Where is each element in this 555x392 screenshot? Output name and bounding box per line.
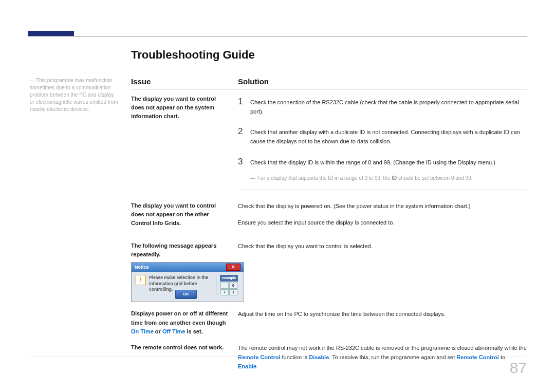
close-icon: × <box>226 264 240 271</box>
troubleshoot-row: The following message appears repeatedly… <box>131 241 527 302</box>
issue-post: is set. <box>185 328 202 334</box>
keyword: Off Time <box>162 328 185 334</box>
solution-text: Check that the display is powered on. (S… <box>238 201 527 211</box>
step-line: 3 Check that the display ID is within th… <box>238 155 527 169</box>
sol-end: . <box>256 363 258 369</box>
step-number: 3 <box>238 155 250 169</box>
troubleshoot-row: The display you want to control does not… <box>131 95 527 194</box>
solution-cell: Check that the display you want to contr… <box>238 241 527 258</box>
issue-cell: Displays power on or off at different ti… <box>131 309 238 335</box>
solution-cell: Adjust the time on the PC to synchronize… <box>238 309 527 326</box>
warning-icon: ! <box>136 275 146 285</box>
note-pre: For a display that supports the ID in a … <box>257 175 392 181</box>
troubleshoot-row: The display you want to control does not… <box>131 201 527 234</box>
issue-mid: or <box>154 328 162 334</box>
solution-note: ―For a display that supports the ID in a… <box>250 174 527 183</box>
column-headers: Issue Solution <box>131 77 527 95</box>
grid-cell: 1 <box>229 289 237 295</box>
side-note-text: This programme may malfunction sometimes… <box>30 78 118 112</box>
example-grid: 0 7 1 <box>220 283 237 295</box>
step-text: Check that the display ID is within the … <box>250 158 527 167</box>
step-number: 1 <box>238 95 250 109</box>
issue-text: The display you want to control does not… <box>131 95 238 121</box>
header-rule <box>28 36 527 36</box>
solution-text: Ensure you select the input source the d… <box>238 218 527 227</box>
step-text: Check the connection of the RS232C cable… <box>250 98 527 116</box>
keyword: Enable <box>238 363 256 369</box>
page-title: Troubleshooting Guide <box>131 48 527 62</box>
issue-text: The display you want to control does not… <box>131 201 238 228</box>
step-number: 2 <box>238 124 250 139</box>
issue-pre: Displays power on or off at different ti… <box>131 310 228 325</box>
side-note: ―This programme may malfunction sometime… <box>30 77 120 113</box>
solution-cell: Check that the display is powered on. (S… <box>238 201 527 234</box>
solution-header: Solution <box>238 77 527 89</box>
step-line: 1 Check the connection of the RS232C cab… <box>238 95 527 116</box>
footer-rule <box>28 357 527 357</box>
step-line: 2 Check that another display with a dupl… <box>238 124 527 146</box>
sol-pre: The remote control may not work if the R… <box>238 345 527 351</box>
example-dialog: Notice × ! Please make selection in the … <box>131 262 244 302</box>
note-post: should be set between 0 and 99. <box>397 175 472 181</box>
issue-cell: The following message appears repeatedly… <box>131 241 238 302</box>
document-page: ―This programme may malfunction sometime… <box>0 0 555 392</box>
issue-text: The remote control does not work. <box>131 343 238 352</box>
row-divider <box>238 190 527 190</box>
dash-icon: ― <box>250 175 255 181</box>
main-content: Troubleshooting Guide Issue Solution The… <box>131 48 527 378</box>
grid-cell: 7 <box>220 289 229 295</box>
issue-text: The following message appears repeatedly… <box>131 242 216 257</box>
page-number: 87 <box>510 359 527 377</box>
dialog-titlebar: Notice × <box>132 263 244 272</box>
issue-header: Issue <box>131 77 238 89</box>
ok-button: OK <box>175 290 197 299</box>
grid-cell <box>220 283 229 289</box>
note-bold: ID <box>392 175 397 181</box>
grid-cell: 0 <box>229 283 237 289</box>
troubleshoot-row: Displays power on or off at different ti… <box>131 309 527 335</box>
step-text: Check that another display with a duplic… <box>250 127 527 146</box>
dialog-title: Notice <box>135 263 149 272</box>
dialog-example: example 0 7 1 <box>216 275 239 295</box>
example-label: example <box>220 275 237 282</box>
solution-text: Check that the display you want to contr… <box>238 241 527 251</box>
chapter-marker <box>28 31 74 36</box>
solution-text: Adjust the time on the PC to synchronize… <box>238 309 527 319</box>
dash-icon: ― <box>30 78 35 83</box>
keyword: On Time <box>131 328 154 334</box>
solution-cell: 1 Check the connection of the RS232C cab… <box>238 95 527 194</box>
